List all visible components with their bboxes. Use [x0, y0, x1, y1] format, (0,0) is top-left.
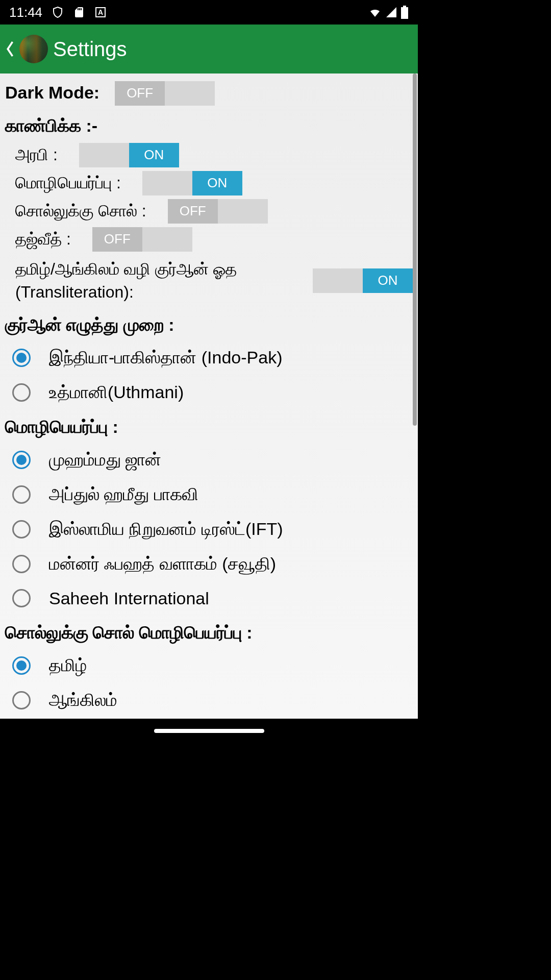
radio-label: இஸ்லாமிய நிறுவனம் டிரஸ்ட்(IFT)	[49, 519, 283, 540]
battery-icon	[400, 6, 409, 19]
dark-mode-row: Dark Mode: OFF ON	[5, 79, 413, 108]
radio-label: அப்துல் ஹமீது பாகவி	[49, 484, 198, 505]
radio-label: உத்மானி(Uthmani)	[49, 382, 184, 403]
translation-section-heading: மொழிபெயர்ப்பு :	[5, 410, 413, 443]
radio-icon	[12, 520, 31, 538]
toggle-off-label: OFF	[79, 143, 129, 167]
display-section-heading: காண்பிக்க :-	[5, 109, 413, 141]
text-a-icon: A	[94, 6, 107, 18]
tajweed-label: தஜ்வீத் :	[15, 226, 77, 253]
radio-label: முஹம்மது ஜான்	[49, 450, 161, 470]
radio-icon	[12, 589, 31, 607]
word-by-word-toggle[interactable]: OFF ON	[168, 199, 268, 224]
status-bar: 11:44 A	[0, 0, 418, 24]
radio-icon	[12, 383, 31, 402]
radio-label: ஆங்கிலம்	[49, 690, 117, 710]
dark-mode-label: Dark Mode:	[5, 79, 99, 108]
translation-option-2[interactable]: இஸ்லாமிய நிறுவனம் டிரஸ்ட்(IFT)	[5, 512, 413, 547]
toggle-on-label: ON	[218, 199, 268, 224]
dark-mode-toggle[interactable]: OFF ON	[115, 81, 215, 106]
app-bar: Settings	[0, 24, 418, 74]
radio-label: மன்னர் ஃபஹத் வளாகம் (சவூதி)	[49, 554, 276, 574]
radio-label: இந்தியா-பாகிஸ்தான் (Indo-Pak)	[49, 348, 283, 368]
wbw-section-heading: சொல்லுக்கு சொல் மொழிபெயர்ப்பு :	[5, 616, 413, 648]
script-section-heading: குர்ஆன் எழுத்து முறை :	[5, 308, 413, 340]
toggle-off-label: OFF	[313, 268, 363, 293]
toggle-on-label: ON	[192, 171, 242, 195]
arabic-row: அரபி : OFF ON	[5, 141, 413, 168]
word-by-word-row: சொல்லுக்கு சொல் : OFF ON	[5, 198, 413, 225]
toggle-on-label: ON	[363, 268, 413, 293]
script-option-indopak[interactable]: இந்தியா-பாகிஸ்தான் (Indo-Pak)	[5, 340, 413, 375]
sd-card-icon	[73, 6, 85, 18]
settings-content[interactable]: Dark Mode: OFF ON காண்பிக்க :- அரபி : OF…	[0, 74, 418, 719]
toggle-off-label: OFF	[92, 227, 142, 252]
toggle-off-label: OFF	[168, 199, 218, 224]
radio-icon	[12, 349, 31, 367]
status-right	[368, 6, 409, 19]
translation-row: மொழிபெயர்ப்பு : OFF ON	[5, 169, 413, 197]
back-button[interactable]	[4, 40, 14, 58]
nav-bar	[0, 719, 418, 743]
toggle-on-label: ON	[142, 227, 192, 252]
radio-icon	[12, 451, 31, 469]
arabic-toggle[interactable]: OFF ON	[79, 143, 179, 167]
page-title: Settings	[53, 38, 127, 61]
transliteration-toggle[interactable]: OFF ON	[313, 268, 413, 293]
svg-rect-2	[403, 6, 406, 7]
radio-icon	[12, 656, 31, 675]
translation-toggle[interactable]: OFF ON	[142, 171, 242, 195]
script-option-uthmani[interactable]: உத்மானி(Uthmani)	[5, 375, 413, 410]
translation-option-1[interactable]: அப்துல் ஹமீது பாகவி	[5, 477, 413, 512]
shield-icon	[52, 6, 64, 18]
word-by-word-label: சொல்லுக்கு சொல் :	[15, 198, 153, 225]
scrollbar[interactable]	[413, 74, 417, 426]
tajweed-toggle[interactable]: OFF ON	[92, 227, 192, 252]
signal-icon	[385, 6, 397, 18]
radio-icon	[12, 555, 31, 573]
transliteration-row: தமிழ்/ஆங்கிலம் வழி குர்ஆன் ஓத (Translite…	[5, 254, 413, 308]
wifi-icon	[368, 6, 382, 18]
translation-option-0[interactable]: முஹம்மது ஜான்	[5, 443, 413, 477]
wbw-option-english[interactable]: ஆங்கிலம்	[5, 683, 413, 718]
radio-icon	[12, 485, 31, 504]
transliteration-label: தமிழ்/ஆங்கிலம் வழி குர்ஆன் ஓத (Translite…	[15, 254, 313, 308]
radio-icon	[12, 691, 31, 709]
svg-rect-3	[401, 7, 408, 19]
toggle-on-label: ON	[129, 143, 179, 167]
translation-option-3[interactable]: மன்னர் ஃபஹத் வளாகம் (சவூதி)	[5, 547, 413, 581]
translation-option-4[interactable]: Saheeh International	[5, 581, 413, 616]
wbw-option-tamil[interactable]: தமிழ்	[5, 648, 413, 683]
nav-pill[interactable]	[154, 729, 264, 733]
arabic-label: அரபி :	[15, 141, 64, 168]
app-avatar	[19, 35, 48, 63]
toggle-off-label: OFF	[142, 171, 192, 195]
svg-text:A: A	[98, 8, 103, 16]
translation-label: மொழிபெயர்ப்பு :	[15, 169, 127, 197]
status-left: 11:44 A	[9, 5, 107, 20]
toggle-off-label: OFF	[115, 81, 165, 106]
radio-label: Saheeh International	[49, 589, 209, 608]
toggle-on-label: ON	[165, 81, 215, 106]
tajweed-row: தஜ்வீத் : OFF ON	[5, 226, 413, 253]
status-time: 11:44	[9, 5, 42, 20]
radio-label: தமிழ்	[49, 655, 87, 676]
